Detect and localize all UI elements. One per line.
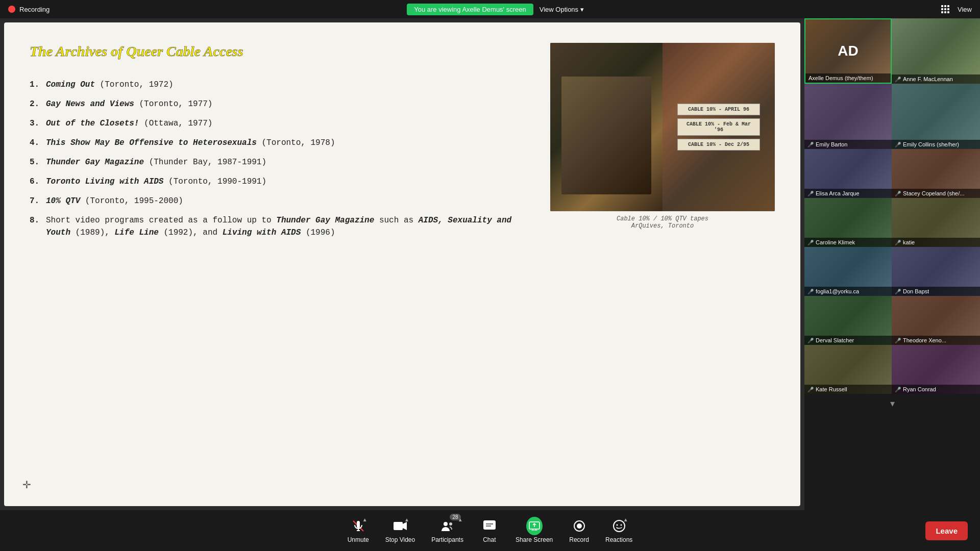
participant-name-don: Don Bapst <box>903 288 929 294</box>
list-item: 2. Gay News and Views (Toronto, 1977) <box>30 98 530 110</box>
name-bar-emily-barton: 🎤 Emily Barton <box>804 140 892 149</box>
reactions-label: Reactions <box>605 536 632 543</box>
top-bar-center: You are viewing Axelle Demus' screen Vie… <box>407 4 584 15</box>
name-bar-katie: 🎤 katie <box>892 238 980 247</box>
tape-label-2: CABLE 10% - Feb & Mar '96 <box>677 118 760 136</box>
mic-muted-icon-6: 🎤 <box>807 240 814 245</box>
list-item: 1. Coming Out (Toronto, 1972) <box>30 79 530 91</box>
participant-name-anne: Anne F. MacLennan <box>903 76 953 82</box>
chat-button[interactable]: Chat <box>472 514 507 547</box>
name-bar-foglia: 🎤 foglia1@yorku.ca <box>804 287 892 296</box>
leave-button[interactable]: Leave <box>925 521 968 540</box>
participant-name-foglia: foglia1@yorku.ca <box>816 288 859 294</box>
name-bar-caroline: 🎤 Caroline Klimek <box>804 238 892 247</box>
name-bar-ryan: 🎤 Ryan Conrad <box>892 385 980 394</box>
stop-video-button[interactable]: ▲ Stop Video <box>377 514 424 547</box>
participant-tile-axelle: AD Axelle Demus (they/them) <box>804 18 892 84</box>
scroll-down-indicator[interactable]: ▾ <box>804 394 980 413</box>
name-bar-stacey: 🎤 Stacey Copeland (she/... <box>892 189 980 198</box>
participant-tile-derval: 🎤 Derval Slatcher <box>804 296 892 345</box>
reactions-chevron: ▲ <box>623 517 628 522</box>
participant-name-derval: Derval Slatcher <box>816 337 854 343</box>
avatar-emily-collins <box>892 84 980 149</box>
record-label: Record <box>569 536 589 543</box>
participant-name-axelle: Axelle Demus (they/them) <box>808 75 873 81</box>
participant-tile-emily-barton: 🎤 Emily Barton <box>804 84 892 149</box>
main-area: The Archives of Queer Cable Access 1. Co… <box>0 18 980 510</box>
name-bar-derval: 🎤 Derval Slatcher <box>804 336 892 345</box>
list-item: 6. Toronto Living with AIDS (Toronto, 19… <box>30 176 530 188</box>
unmute-button[interactable]: ▲ Unmute <box>339 514 377 547</box>
grid-view-icon[interactable] <box>941 5 949 13</box>
slide-image-frame: CABLE 10% - APRIL 96 CABLE 10% - Feb & M… <box>550 43 775 211</box>
svg-point-17 <box>577 523 582 529</box>
viewing-badge: You are viewing Axelle Demus' screen <box>407 4 533 15</box>
stop-video-label: Stop Video <box>385 536 415 543</box>
participant-row-5: 🎤 foglia1@yorku.ca 🎤 Don Bapst <box>804 247 980 296</box>
top-bar-right: View <box>941 5 972 13</box>
presentation-area: The Archives of Queer Cable Access 1. Co… <box>0 18 804 510</box>
reactions-icon: ▲ <box>611 518 627 534</box>
share-screen-icon-bg <box>526 517 543 535</box>
svg-rect-1 <box>357 521 360 528</box>
name-bar-emily-collins: 🎤 Emily Collins (she/her) <box>892 140 980 149</box>
record-button[interactable]: Record <box>561 514 597 547</box>
participant-row-7: 🎤 Kate Russell 🎤 Ryan Conrad <box>804 345 980 394</box>
participants-icon: 28 ▲ <box>439 518 456 534</box>
slide-container: The Archives of Queer Cable Access 1. Co… <box>4 22 800 506</box>
participant-name-caroline: Caroline Klimek <box>816 239 855 245</box>
participant-tile-elisa: 🎤 Elisa Arca Jarque <box>804 149 892 198</box>
name-bar-anne: 🎤 Anne F. MacLennan <box>892 74 980 84</box>
participant-name-elisa: Elisa Arca Jarque <box>816 190 860 196</box>
mic-muted-icon-11: 🎤 <box>895 338 901 343</box>
recording-dot <box>8 6 15 13</box>
participants-label: Participants <box>431 536 463 543</box>
participants-chevron: ▲ <box>458 517 463 522</box>
participant-name-emily-barton: Emily Barton <box>816 141 847 147</box>
reactions-button[interactable]: ▲ Reactions <box>597 514 641 547</box>
slide-image-inner: CABLE 10% - APRIL 96 CABLE 10% - Feb & M… <box>550 43 775 211</box>
image-right-panel: CABLE 10% - APRIL 96 CABLE 10% - Feb & M… <box>663 43 775 211</box>
participant-name-katie: katie <box>903 239 915 245</box>
chat-icon <box>481 518 498 534</box>
mic-muted-icon-3: 🎤 <box>895 142 901 147</box>
view-label[interactable]: View <box>958 6 972 13</box>
mic-muted-icon-7: 🎤 <box>895 240 901 245</box>
participant-row-4: 🎤 Caroline Klimek 🎤 katie <box>804 198 980 247</box>
share-screen-label: Share Screen <box>516 536 553 543</box>
chat-label: Chat <box>483 536 496 543</box>
name-bar-don: 🎤 Don Bapst <box>892 287 980 296</box>
participant-name-ryan: Ryan Conrad <box>903 386 936 392</box>
participants-button[interactable]: 28 ▲ Participants <box>423 514 472 547</box>
mic-muted-icon-8: 🎤 <box>807 289 814 294</box>
unmute-label: Unmute <box>348 536 369 543</box>
mic-muted-icon-2: 🎤 <box>807 142 814 147</box>
mic-muted-icon-9: 🎤 <box>895 289 901 294</box>
slide-content: The Archives of Queer Cable Access 1. Co… <box>30 43 530 486</box>
view-options-button[interactable]: View Options ▾ <box>540 6 584 13</box>
cursor-indicator: ✛ <box>22 479 31 491</box>
image-caption: Cable 10% / 10% QTV tapes ArQuives, Toro… <box>617 215 708 230</box>
name-bar-axelle: Axelle Demus (they/them) <box>805 73 891 83</box>
unmute-chevron: ▲ <box>362 517 368 522</box>
unmute-icon: ▲ <box>350 518 366 534</box>
recording-label: Recording <box>19 6 50 13</box>
avatar-emily-barton <box>804 84 892 149</box>
participant-row-2: 🎤 Emily Barton 🎤 Emily Collins (she/her) <box>804 84 980 149</box>
share-screen-button[interactable]: Share Screen <box>507 514 561 547</box>
toolbar: ▲ Unmute ▲ Stop Video 28 ▲ Participants <box>0 510 980 551</box>
list-item: 3. Out of the Closets! (Ottawa, 1977) <box>30 117 530 130</box>
name-bar-elisa: 🎤 Elisa Arca Jarque <box>804 189 892 198</box>
mic-muted-icon-5: 🎤 <box>895 191 901 196</box>
list-item: 8. Short video programs created as a fol… <box>30 214 530 239</box>
participant-tile-kate: 🎤 Kate Russell <box>804 345 892 394</box>
participant-tile-stacey: 🎤 Stacey Copeland (she/... <box>892 149 980 198</box>
participant-tile-theodore: 🎤 Theodore Xeno... <box>892 296 980 345</box>
stop-video-icon: ▲ <box>392 518 408 534</box>
avatar-anne <box>892 18 980 84</box>
participant-name-emily-collins: Emily Collins (she/her) <box>903 141 959 147</box>
list-item: 4. This Show May Be Offensive to Heteros… <box>30 137 530 149</box>
share-screen-icon <box>526 518 543 534</box>
mic-muted-icon-12: 🎤 <box>807 387 814 392</box>
participant-row-3: 🎤 Elisa Arca Jarque 🎤 Stacey Copeland (s… <box>804 149 980 198</box>
